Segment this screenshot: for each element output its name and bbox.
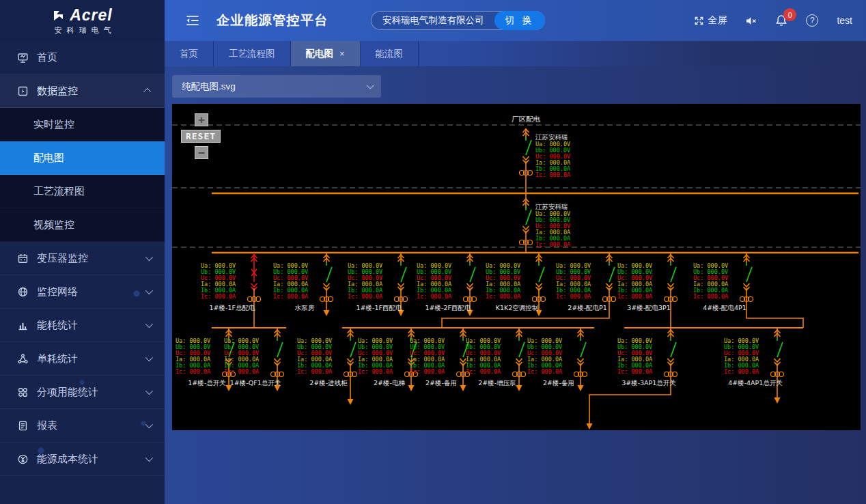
sidebar-item-unit-consumption[interactable]: 单耗统计: [0, 342, 165, 376]
zoom-out-button[interactable]: −: [195, 146, 208, 159]
sidebar-item-label: 变压器监控: [37, 252, 88, 265]
network-icon: [16, 285, 29, 298]
acrel-logo-icon: [52, 8, 66, 22]
feeder-label: 3#楼-配电3P1: [627, 304, 671, 311]
sidebar-subitem-video-monitor[interactable]: 视频监控: [0, 208, 165, 242]
sidebar-item-energy-cost[interactable]: 能源成本统计: [0, 443, 165, 476]
sidebar-subitem-distribution-diagram[interactable]: 配电图: [0, 141, 165, 175]
chevron-down-icon: [145, 287, 153, 294]
measurement-row: Ic: 000.0A: [535, 171, 570, 178]
measurement-row: Ic: 000.0A: [224, 368, 259, 375]
sidebar-item-label: 数据监控: [37, 85, 78, 98]
zoom-reset-button[interactable]: RESET: [181, 130, 221, 143]
scada-canvas[interactable]: + RESET − 厂区配电江苏安科瑞Ua: 000.0VUb: 000.0VU…: [172, 104, 861, 430]
bottom-feeder: Ua: 000.0VUb: 000.0VUc: 000.0VIa: 000.0A…: [410, 328, 470, 391]
sidebar-subitem-process-flow[interactable]: 工艺流程图: [0, 175, 165, 208]
measurement-row: Ic: 000.0A: [527, 368, 562, 375]
sidebar-item-reports[interactable]: 报表: [0, 409, 165, 443]
mid-feeder: Ua: 000.0VUb: 000.0VUc: 000.0VIa: 000.0A…: [617, 253, 678, 328]
sidebar-subitem-realtime-monitor[interactable]: 实时监控: [0, 108, 165, 141]
feeder-label: 1#楼-QF1总开关: [230, 379, 281, 387]
help-button[interactable]: ?: [806, 14, 818, 27]
company-selector[interactable]: 安科瑞电气制造有限公司 切 换: [371, 11, 545, 30]
sidebar-subitem-label: 配电图: [33, 152, 64, 165]
fullscreen-label: 全屏: [708, 14, 727, 27]
tab-home[interactable]: 首页: [165, 41, 214, 66]
mid-feeder: Ua: 000.0VUb: 000.0VUc: 000.0VIa: 000.0A…: [348, 253, 408, 316]
sidebar-subitem-label: 实时监控: [33, 118, 74, 131]
bottom-feeder: Ua: 000.0VUb: 000.0VUc: 000.0VIa: 000.0A…: [297, 328, 357, 405]
tab-distribution-diagram[interactable]: 配电图×: [291, 41, 361, 66]
sidebar-subitem-label: 视频监控: [33, 219, 74, 232]
feeder-label: 3#楼-3AP1总开关: [621, 379, 676, 387]
feeder-label: 1#楼-1F总配电: [210, 304, 255, 311]
sidebar-item-label: 分项用能统计: [37, 386, 98, 399]
data-monitor-icon: [16, 85, 29, 97]
bottom-feeder: Ua: 000.0VUb: 000.0VUc: 000.0VIa: 000.0A…: [587, 328, 678, 430]
chevron-down-icon: [366, 81, 374, 89]
zoom-in-button[interactable]: +: [195, 113, 208, 126]
sidebar-item-transformer-monitor[interactable]: 变压器监控: [0, 242, 165, 275]
sidebar-submenu-data-monitor: 实时监控配电图工艺流程图视频监控: [0, 108, 165, 242]
sidebar-item-monitor-network[interactable]: 监控网络: [0, 275, 165, 309]
tab-energy-flow[interactable]: 能流图: [361, 41, 419, 66]
brand-subtitle: 安科瑞电气: [55, 25, 116, 36]
mute-button[interactable]: [745, 15, 757, 27]
feeder-label: 1#楼-1F西配电: [357, 304, 402, 311]
measurement-row: Ic: 000.0A: [693, 293, 728, 300]
feeder-label: 1#楼-2F西配电: [425, 304, 471, 311]
user-menu[interactable]: test: [837, 15, 852, 26]
tab-label: 首页: [180, 48, 198, 60]
feeder-label: 4#楼-配电4P1: [703, 304, 746, 311]
bottom-feeder: Ua: 000.0VUb: 000.0VUc: 000.0VIa: 000.0A…: [527, 328, 587, 391]
measurement-row: Ic: 000.0A: [297, 368, 332, 375]
help-icon: ?: [806, 14, 818, 27]
fullscreen-icon: [694, 16, 704, 26]
measurement-row: Ic: 000.0A: [724, 368, 759, 375]
mid-feeder: Ua: 000.0VUb: 000.0VUc: 000.0VIa: 000.0A…: [417, 253, 477, 316]
bottom-feeder: Ua: 000.0VUb: 000.0VUc: 000.0VIa: 000.0A…: [358, 328, 418, 391]
transformer-icon: [16, 252, 29, 264]
company-name: 安科瑞电气制造有限公司: [382, 14, 495, 27]
feeder-label: 2#楼-备用: [543, 379, 574, 387]
incomer-2: 江苏安科瑞Ua: 000.0VUb: 000.0VUc: 000.0VIa: 0…: [520, 193, 571, 253]
mid-feeder: Ua: 000.0VUb: 000.0VUc: 000.0VIa: 000.0A…: [273, 253, 333, 316]
chevron-down-icon: [145, 354, 153, 361]
feeder-label: 2#楼-增压泵: [478, 379, 516, 387]
measurement-row: Ic: 000.0A: [417, 293, 451, 300]
sidebar-item-energy-stats[interactable]: 能耗统计: [0, 309, 165, 342]
diagram-file-value: 纯配电图.svg: [182, 81, 236, 93]
measurement-row: Ic: 000.0A: [273, 293, 308, 300]
notification-badge: 0: [783, 8, 796, 21]
top-header: 企业能源管控平台 安科瑞电气制造有限公司 切 换 全屏: [165, 0, 866, 41]
sidebar-item-subitem-energy[interactable]: 分项用能统计: [0, 376, 165, 409]
diagram-file-select[interactable]: 纯配电图.svg: [172, 75, 381, 98]
bottom-feeder: Ua: 000.0VUb: 000.0VUc: 000.0VIa: 000.0A…: [224, 328, 284, 391]
incomer-label: 江苏安科瑞: [535, 203, 568, 210]
tab-close-icon[interactable]: ×: [339, 48, 345, 59]
main-area: 企业能源管控平台 安科瑞电气制造有限公司 切 换 全屏: [165, 0, 866, 504]
measurement-row: Ic: 000.0A: [201, 293, 236, 300]
fullscreen-button[interactable]: 全屏: [694, 14, 727, 27]
mid-feeder: Ua: 000.0VUb: 000.0VUc: 000.0VIa: 000.0A…: [693, 253, 803, 328]
mid-feeder: Ua: 000.0VUb: 000.0VUc: 000.0VIa: 000.0A…: [201, 253, 261, 328]
sidebar-item-data-monitor[interactable]: 数据监控: [0, 74, 165, 108]
sidebar-item-label: 首页: [37, 51, 57, 64]
dashboard-icon: [16, 51, 29, 64]
menu-fold-icon[interactable]: [185, 13, 200, 28]
mid-feeder: Ua: 000.0VUb: 000.0VUc: 000.0VIa: 000.0A…: [442, 253, 616, 328]
sidebar-item-label: 监控网络: [37, 285, 78, 298]
measurement-row: Ic: 000.0A: [466, 368, 501, 375]
incomer-1: 江苏安科瑞Ua: 000.0VUb: 000.0VUc: 000.0VIa: 0…: [520, 128, 571, 193]
sidebar-item-home[interactable]: 首页: [0, 41, 165, 74]
notifications-button[interactable]: 0: [775, 14, 787, 27]
incomer-label: 江苏安科瑞: [535, 133, 568, 141]
sidebar-item-label: 能源成本统计: [37, 453, 98, 466]
switch-company-button[interactable]: 切 换: [494, 11, 546, 30]
tab-bar: 首页工艺流程图配电图×能流图: [165, 41, 866, 66]
measurement-row: Ic: 000.0A: [617, 368, 652, 375]
tab-process-flow[interactable]: 工艺流程图: [214, 41, 291, 66]
chevron-up-icon: [143, 88, 151, 96]
tab-label: 能流图: [376, 48, 404, 60]
feeder-label: K1K2空调控制: [496, 304, 539, 311]
